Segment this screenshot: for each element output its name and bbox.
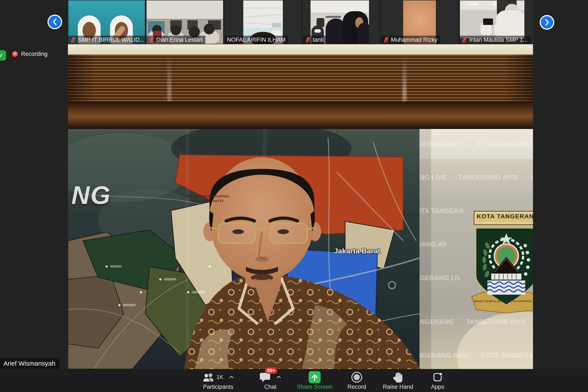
map-district-label: Jakarta Barat xyxy=(334,247,380,255)
participant-name: Diah Erina Lestari xyxy=(156,36,202,43)
crest-title: KOTA TANGERANG xyxy=(477,213,533,220)
participant-tile[interactable]: Muhammad Rizky xyxy=(381,0,458,44)
apps-icon xyxy=(432,372,443,383)
raise-hand-icon xyxy=(392,371,404,383)
participant-name-bar: Intan Maulida SMP 1... xyxy=(460,36,531,44)
participant-name: tanti xyxy=(313,36,324,43)
recording-label: Recording xyxy=(21,51,48,58)
muted-mic-icon xyxy=(462,36,467,43)
backdrop-wall xyxy=(68,44,533,54)
apps-label: Apps xyxy=(431,384,444,390)
participant-name-bar: tanti xyxy=(303,36,327,44)
chat-unread-badge: 99+ xyxy=(265,368,277,374)
chevron-left-icon xyxy=(52,18,58,26)
participant-name-bar: NOFAL ARIFIN ILHAM xyxy=(225,36,288,44)
participant-tile[interactable]: Diah Erina Lestari xyxy=(146,0,223,44)
participant-name-bar: Diah Erina Lestari xyxy=(146,36,206,44)
participant-tile[interactable]: NOFAL ARIFIN ILHAM xyxy=(225,0,301,44)
filmstrip-prev-button[interactable] xyxy=(48,14,62,29)
muted-mic-icon xyxy=(384,36,389,43)
participant-tile[interactable]: SMP IT BIRRUL WALID... xyxy=(68,0,145,44)
active-speaker-name-badge: Arief Wismansyah xyxy=(0,358,60,370)
chat-label: Chat xyxy=(264,384,276,390)
chat-button[interactable]: 99+ Chat xyxy=(246,369,295,392)
participant-name-bar: SMP IT BIRRUL WALID... xyxy=(68,36,145,44)
recording-indicator[interactable]: Recording xyxy=(12,51,48,58)
scene: NG BANDARA INTERNASIONAL SOEKARNO - HATT… xyxy=(68,129,533,369)
security-shield-icon[interactable]: ✓ xyxy=(0,50,6,60)
chevron-right-icon xyxy=(544,19,550,26)
zoom-meeting-window: SMP IT BIRRUL WALID... Diah Erina Lestar… xyxy=(0,0,588,392)
participant-name: Intan Maulida SMP 1... xyxy=(469,36,528,43)
wood-beam xyxy=(68,102,533,129)
wall-watermarks: TANGERANG AYO!KOTA TANGERANGTANGERANG LI… xyxy=(420,129,533,369)
recording-dot-icon xyxy=(12,51,18,57)
participants-icon xyxy=(202,372,215,382)
participants-button[interactable]: 1K Participants xyxy=(194,369,243,392)
raise-hand-label: Raise Hand xyxy=(383,384,413,390)
map-airport-label: BANDARA INTERNASIONAL SOEKARNO - HATTA xyxy=(185,194,230,203)
apps-button[interactable]: Apps xyxy=(413,369,462,392)
chat-menu-caret[interactable] xyxy=(276,376,281,379)
share-screen-icon xyxy=(308,371,321,383)
active-speaker-video: NG BANDARA INTERNASIONAL SOEKARNO - HATT… xyxy=(68,44,533,369)
participant-name: SMP IT BIRRUL WALID... xyxy=(78,36,144,43)
record-label: Record xyxy=(347,384,366,390)
wood-panel xyxy=(68,54,533,102)
participant-tile[interactable]: tanti xyxy=(303,0,380,44)
muted-mic-icon xyxy=(149,36,154,43)
map-big-text: NG xyxy=(71,180,111,210)
share-screen-label: Share Screen xyxy=(297,384,332,390)
muted-mic-icon xyxy=(70,36,76,43)
participants-menu-caret[interactable] xyxy=(229,376,234,379)
participant-name-bar: Muhammad Rizky xyxy=(381,36,440,44)
filmstrip-next-button[interactable] xyxy=(540,15,554,30)
participant-name: NOFAL ARIFIN ILHAM xyxy=(227,36,286,43)
participants-label: Participants xyxy=(203,384,233,390)
participant-tile[interactable]: Intan Maulida SMP 1... xyxy=(460,0,534,44)
participant-name: Muhammad Rizky xyxy=(391,36,437,43)
record-icon xyxy=(351,371,362,383)
muted-mic-icon xyxy=(305,36,311,43)
meeting-toolbar: 1K Participants 99+ Chat xyxy=(0,369,588,392)
participants-count: 1K xyxy=(216,374,223,380)
crest-motto: BHAKTI KARYA ADHI KERTHA RAHARJA xyxy=(474,300,533,303)
